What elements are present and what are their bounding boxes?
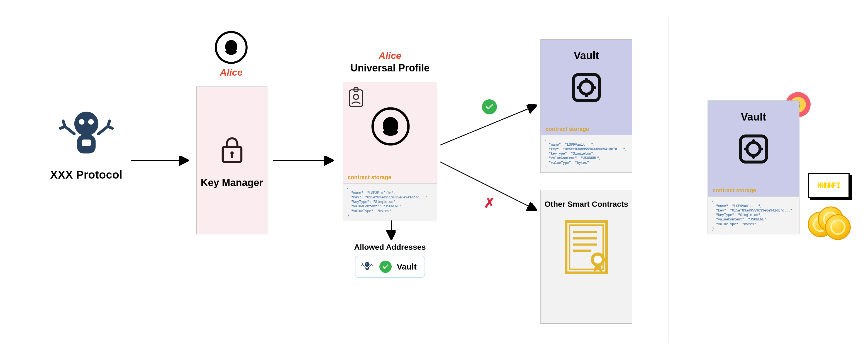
svg-point-15 bbox=[367, 264, 368, 264]
vault-card: Vault contract storage { "name": "LSP9Va… bbox=[540, 39, 632, 173]
vault-storage-json: { "name": "LSP9Vault ", "key": "0x5ef83a… bbox=[708, 196, 799, 234]
alice-name-label: Alice bbox=[212, 67, 251, 78]
robot-icon bbox=[59, 106, 114, 162]
protocol-block: XXX Protocol bbox=[48, 106, 125, 181]
svg-rect-9 bbox=[350, 90, 363, 106]
vault-title: Vault bbox=[574, 50, 599, 62]
svg-point-29 bbox=[747, 143, 760, 156]
person-silhouette-icon bbox=[371, 107, 410, 146]
svg-point-2 bbox=[88, 119, 94, 125]
svg-point-27 bbox=[594, 256, 602, 264]
vault-safe-icon bbox=[735, 131, 772, 167]
certificate-document-icon bbox=[560, 216, 613, 280]
diagram-canvas: XXX Protocol Alice Key Manager Alice Uni… bbox=[0, 0, 868, 358]
allowed-title: Allowed Addresses bbox=[343, 243, 437, 252]
checkmark-icon bbox=[379, 260, 392, 273]
svg-rect-17 bbox=[366, 267, 368, 269]
coin-stack-icon bbox=[808, 203, 849, 234]
svg-point-1 bbox=[79, 119, 84, 125]
id-badge-icon bbox=[348, 87, 364, 107]
svg-point-14 bbox=[366, 264, 367, 264]
svg-point-11 bbox=[353, 94, 359, 99]
arrow-icon bbox=[273, 155, 337, 166]
vault-storage-json: { "name": "LSP9Vault ", "key": "0x5ef83a… bbox=[541, 135, 632, 172]
alice-avatar-block: Alice bbox=[212, 31, 251, 78]
svg-point-13 bbox=[365, 262, 369, 267]
nft-pixel-icon: NHNHFI bbox=[808, 173, 849, 198]
other-contracts-card: Other Smart Contracts bbox=[540, 190, 632, 324]
svg-point-0 bbox=[74, 112, 99, 136]
up-storage-label: contract storage bbox=[343, 172, 437, 183]
up-title: Universal Profile bbox=[343, 62, 437, 74]
vault-card: Vault contract storage { "name": "LSP9Va… bbox=[708, 101, 800, 235]
vault-title: Vault bbox=[741, 111, 766, 123]
other-contracts-title: Other Smart Contracts bbox=[545, 200, 628, 209]
up-storage-json: { "name": "LSP3Profile", "key": "0x5ef83… bbox=[343, 183, 437, 221]
arrow-icon bbox=[386, 220, 397, 243]
svg-point-19 bbox=[580, 81, 593, 94]
person-silhouette-icon bbox=[215, 31, 248, 64]
protocol-label: XXX Protocol bbox=[48, 168, 125, 181]
allowed-address-pill: Vault bbox=[355, 256, 425, 278]
universal-profile-card: contract storage { "name": "LSP3Profile"… bbox=[343, 82, 437, 221]
checkmark-icon bbox=[482, 99, 497, 114]
robot-icon bbox=[360, 259, 374, 274]
vault-storage-label: contract storage bbox=[541, 123, 632, 135]
vertical-divider bbox=[669, 17, 670, 343]
vault-storage-label: contract storage bbox=[708, 185, 799, 196]
lock-icon bbox=[215, 132, 249, 166]
vault-safe-icon bbox=[568, 70, 604, 106]
assets-block: NHNHFI bbox=[808, 173, 858, 234]
key-manager-card: Key Manager bbox=[196, 86, 268, 235]
svg-rect-8 bbox=[231, 154, 233, 158]
svg-rect-4 bbox=[82, 139, 91, 146]
universal-profile-block: Alice Universal Profile contract storage… bbox=[343, 50, 437, 221]
allowed-addresses-block: Allowed Addresses Vault bbox=[343, 243, 437, 278]
x-icon: ✗ bbox=[482, 195, 497, 211]
up-owner-label: Alice bbox=[343, 50, 437, 61]
arrow-icon bbox=[131, 155, 192, 166]
key-manager-title: Key Manager bbox=[200, 177, 263, 189]
allowed-item-label: Vault bbox=[397, 262, 417, 272]
